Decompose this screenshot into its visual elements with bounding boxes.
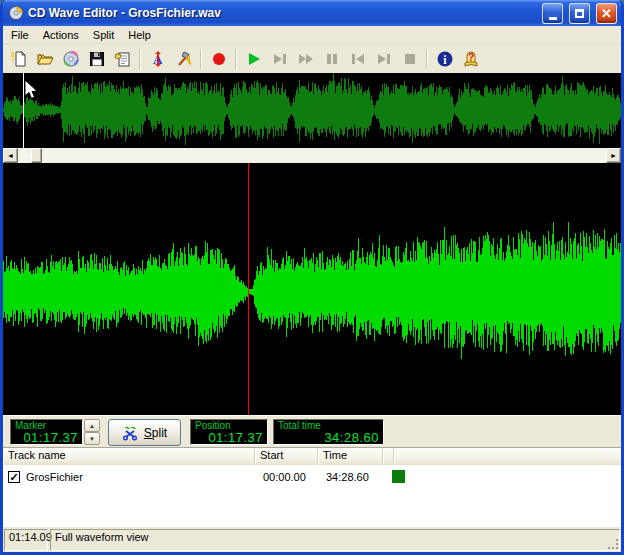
split-button[interactable]: Split: [108, 419, 181, 446]
cd-button[interactable]: [58, 47, 83, 71]
column-header-start[interactable]: Start: [255, 448, 318, 465]
menu-actions[interactable]: Actions: [36, 27, 86, 43]
toolbar: A: [3, 44, 621, 73]
options-button[interactable]: [171, 47, 196, 71]
overview-waveform[interactable]: [3, 73, 621, 148]
marker-spinner: ▲ ▼: [84, 419, 100, 445]
minimize-icon: [549, 17, 557, 20]
horizontal-scrollbar[interactable]: ◄ ►: [3, 148, 621, 163]
file-info-button[interactable]: [110, 47, 135, 71]
pause-button[interactable]: [319, 47, 344, 71]
menu-help[interactable]: Help: [121, 27, 158, 43]
toolbar-separator: [426, 49, 428, 69]
column-header-blank: [383, 448, 394, 465]
spinner-down-button[interactable]: ▼: [84, 432, 100, 445]
position-value: 01:17.37: [195, 431, 263, 444]
track-name: GrosFichier: [26, 471, 83, 483]
skip-end-button[interactable]: [371, 47, 396, 71]
marker-auto-icon: A: [149, 50, 167, 68]
skip-next-icon: [271, 50, 289, 68]
main-waveform[interactable]: [3, 163, 621, 415]
fast-forward-button[interactable]: [293, 47, 318, 71]
scrollbar-thumb[interactable]: [31, 148, 42, 163]
skip-end-icon: [375, 50, 393, 68]
menu-bar: File Actions Split Help: [3, 26, 621, 44]
column-header-track-name[interactable]: Track name: [3, 448, 255, 465]
open-file-button[interactable]: [32, 47, 57, 71]
track-checkbox[interactable]: ✓: [8, 471, 20, 483]
pause-icon: [323, 50, 341, 68]
info-icon: i: [436, 50, 454, 68]
save-icon: [88, 50, 106, 68]
stop-button[interactable]: [397, 47, 422, 71]
overview-waveform-canvas: [3, 73, 621, 148]
file-info-icon: [114, 50, 132, 68]
spinner-up-button[interactable]: ▲: [84, 419, 100, 432]
close-button[interactable]: ✕: [596, 3, 617, 24]
status-bar: 01:14.09 Full waveform view: [3, 527, 621, 552]
window-title: CD Wave Editor - GrosFichier.wav: [28, 6, 536, 20]
app-window: CD Wave Editor - GrosFichier.wav ✕ File …: [0, 0, 624, 555]
resize-grip[interactable]: [607, 538, 619, 550]
record-icon: [210, 50, 228, 68]
save-button[interactable]: [84, 47, 109, 71]
about-help-icon: ?: [462, 50, 480, 68]
play-icon: [245, 50, 263, 68]
stop-icon: [401, 50, 419, 68]
column-header-time[interactable]: Time: [318, 448, 383, 465]
close-icon: ✕: [601, 7, 612, 20]
status-message: Full waveform view: [50, 529, 620, 551]
open-folder-icon: [36, 50, 54, 68]
record-button[interactable]: [206, 47, 231, 71]
toolbar-separator: [200, 49, 202, 69]
position-cursor-line[interactable]: [248, 163, 249, 415]
total-time-display: Total time 34:28.60: [273, 419, 384, 445]
marker-tool-button[interactable]: A: [145, 47, 170, 71]
skip-previous-button[interactable]: [345, 47, 370, 71]
track-name-cell: ✓ GrosFichier: [3, 471, 255, 483]
marker-display: Marker 01:17.37: [10, 419, 83, 445]
table-row[interactable]: ✓ GrosFichier 00:00.00 34:28.60: [3, 468, 621, 485]
options-tools-icon: [175, 50, 193, 68]
position-display: Position 01:17.37: [190, 419, 268, 445]
info-button[interactable]: i: [432, 47, 457, 71]
maximize-icon: [575, 9, 584, 18]
column-header-filler: [394, 448, 621, 465]
track-color-square: [392, 470, 405, 483]
app-icon: [8, 5, 24, 21]
track-list-body: ✓ GrosFichier 00:00.00 34:28.60: [3, 465, 621, 527]
title-bar[interactable]: CD Wave Editor - GrosFichier.wav ✕: [3, 0, 621, 26]
minimize-button[interactable]: [542, 3, 563, 24]
track-list: Track name Start Time ✓ GrosFichier 00:0…: [3, 447, 621, 527]
cd-icon: [62, 50, 80, 68]
play-button[interactable]: [241, 47, 266, 71]
control-panel: Marker 01:17.37 ▲ ▼ Split Position 01:17…: [3, 415, 621, 447]
track-list-header: Track name Start Time: [3, 448, 621, 465]
split-scissors-icon: [122, 424, 139, 441]
maximize-button[interactable]: [569, 3, 590, 24]
toolbar-separator: [139, 49, 141, 69]
about-button[interactable]: ?: [458, 47, 483, 71]
scrollbar-track[interactable]: [18, 148, 606, 163]
fast-forward-icon: [297, 50, 315, 68]
scroll-left-button[interactable]: ◄: [3, 148, 18, 163]
skip-previous-icon: [349, 50, 367, 68]
main-waveform-canvas: [3, 163, 621, 415]
menu-file[interactable]: File: [4, 27, 36, 43]
split-button-label: Split: [144, 426, 167, 440]
new-file-icon: [10, 50, 28, 68]
skip-next-button[interactable]: [267, 47, 292, 71]
status-time: 01:14.09: [4, 529, 48, 551]
track-start-cell: 00:00.00: [255, 471, 318, 483]
svg-text:?: ?: [467, 52, 473, 63]
total-time-value: 34:28.60: [278, 431, 379, 444]
track-time-cell: 34:28.60: [318, 471, 383, 483]
overview-cursor-line: [23, 73, 24, 148]
scroll-right-button[interactable]: ►: [606, 148, 621, 163]
menu-split[interactable]: Split: [86, 27, 121, 43]
marker-value: 01:17.37: [15, 431, 78, 444]
toolbar-separator: [235, 49, 237, 69]
new-file-button[interactable]: [6, 47, 31, 71]
